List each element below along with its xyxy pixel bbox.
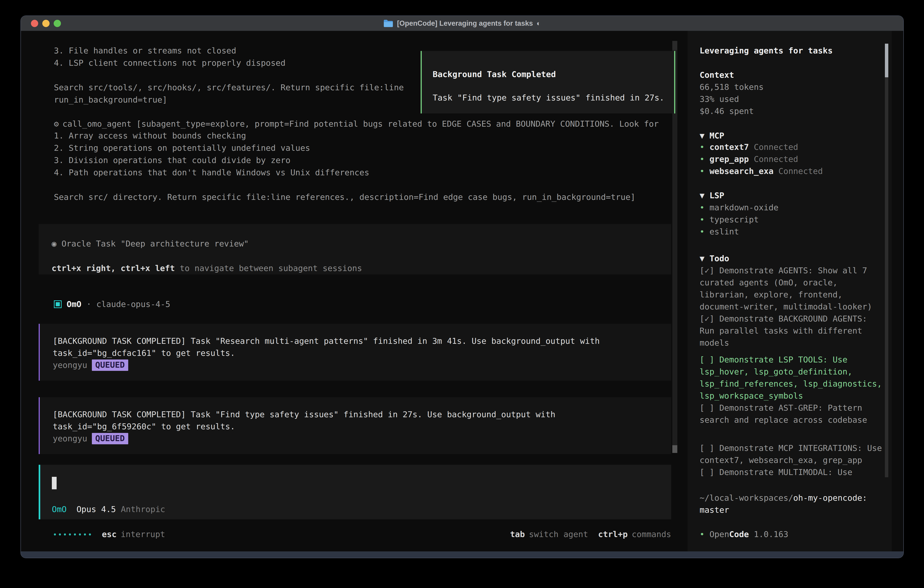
task-line-1: [BACKGROUND TASK COMPLETED] Task "Find t… [53,408,671,420]
agent-icon [54,301,62,308]
task-line-2: task_id="bg_6f59260c" to get results. [53,420,671,433]
lsp-item-name: eslint [710,227,739,236]
oracle-task-label: Oracle Task "Deep architecture review" [61,239,249,248]
tab-key-label: switch agent [529,528,588,540]
context-stat-line: $0.46 spent [700,105,882,117]
terminal-line [54,69,404,81]
mcp-item-name: websearch_exa [710,167,774,176]
mcp-item-status: Connected [754,142,798,152]
status-bar-right: tab switch agent ctrl+p commands [510,528,671,540]
mcp-item-status: Connected [779,167,823,176]
model-indicator: OmO Opus 4.5 Anthropic [52,503,165,515]
todo-item: [✓] Demonstrate AGENTS: Show all 7 curat… [700,264,882,313]
workspace-path: ~/local-workspaces/oh-my-opencode: maste… [700,492,882,516]
triangle-down-icon[interactable]: ▼ [700,254,705,263]
folder-icon [383,19,393,28]
task-line-1: [BACKGROUND TASK COMPLETED] Task "Resear… [53,335,671,347]
bullet-icon: • [700,227,705,236]
bullet-icon: • [700,167,705,176]
main-scrollbar-thumb[interactable] [672,445,677,453]
todo-item: [ ] Demonstrate AST-GREP: Pattern search… [700,402,882,426]
sidebar-scrollbar-thumb[interactable] [885,44,888,77]
task-author: yeongyu [53,434,87,443]
todo-list: [✓] Demonstrate AGENTS: Show all 7 curat… [700,264,882,478]
terminal-line: 2. String operations on potentially unde… [54,142,635,154]
terminal-line [54,179,635,191]
todo-item: [✓] Demonstrate BACKGROUND AGENTS: Run p… [700,313,882,349]
tool-call-prompt: 1. Array access without bounds checking2… [54,130,635,203]
triangle-down-icon[interactable]: ▼ [700,191,705,200]
lsp-item-name: markdown-oxide [710,203,778,212]
prompt-input[interactable]: OmO Opus 4.5 Anthropic [39,465,671,519]
titlebar: [OpenCode] Leveraging agents for tasks ◐ [21,16,903,31]
context-stats: 66,518 tokens33% used$0.46 spent [700,81,882,117]
terminal-line: 1. Array access without bounds checking [54,130,635,142]
task-block: [BACKGROUND TASK COMPLETED] Task "Resear… [39,324,671,381]
ctrlp-key-hint: ctrl+p [598,528,628,540]
scrollback-text: 3. File handles or streams not closed4. … [54,45,404,106]
tool-call-text: call_omo_agent [subagent_type=explore, p… [63,118,659,130]
terminal-line: Search src/ directory. Return specific f… [54,191,635,203]
context-header: Context [700,69,882,81]
context-stat-line: 33% used [700,93,882,105]
task-meta: yeongyu QUEUED [53,433,671,444]
task-block-list: [BACKGROUND TASK COMPLETED] Task "Resear… [39,324,671,471]
status-badge: QUEUED [92,433,128,444]
todo-header: ▼ Todo [700,253,882,264]
record-icon: ◉ [52,239,57,248]
window-title: [OpenCode] Leveraging agents for tasks ◐ [21,16,903,31]
lsp-item: • eslint [700,226,882,238]
mcp-item-status: Connected [754,154,798,164]
lsp-item: • typescript [700,213,882,226]
todo-item: [ ] Demonstrate MCP INTEGRATIONS: Use co… [700,442,882,466]
hint-keys: ctrl+x right, ctrl+x left [52,264,175,273]
hint-text: to navigate between subagent sessions [175,264,362,273]
terminal-line: 3. File handles or streams not closed [54,45,404,57]
gear-icon: ⚙ [54,118,59,130]
sidebar-scrollbar[interactable] [885,44,888,477]
triangle-down-icon[interactable]: ▼ [700,131,705,140]
ctrlp-key-label: commands [632,528,671,540]
bullet-icon: • [700,154,705,164]
tab-key-hint: tab [510,528,525,540]
agent-model: claude-opus-4-5 [96,298,170,311]
lsp-item: • markdown-oxide [700,202,882,213]
notification-body: Task "Find type safety issues" finished … [433,92,674,104]
terminal-line: 4. LSP client connections not properly d… [54,57,404,69]
background-task-notification: Background Task Completed Task "Find typ… [421,51,675,114]
mcp-item: • context7 Connected [700,141,882,153]
oracle-task-title: ◉ Oracle Task "Deep architecture review" [52,238,671,250]
mcp-item-name: grep_app [710,154,749,164]
oracle-task-box: ◉ Oracle Task "Deep architecture review"… [39,224,671,274]
lsp-header-label: LSP [710,191,724,200]
agent-name: OmO [67,298,81,311]
agent-short-name: OmO [52,505,67,514]
context-stat-line: 66,518 tokens [700,81,882,93]
terminal-line: 3. Division operations that could divide… [54,154,635,167]
mcp-header-label: MCP [710,131,724,140]
terminal-line: 4. Path operations that don't handle Win… [54,167,635,179]
lsp-header: ▼ LSP [700,189,882,202]
app-version-number: 1.0.163 [754,530,788,539]
terminal-line: Search src/tools/, src/hooks/, src/featu… [54,81,404,94]
text-cursor [52,477,57,489]
subagent-nav-hint: ctrl+x right, ctrl+x left to navigate be… [52,262,671,274]
bullet-icon: • [700,530,705,539]
sidebar: Leveraging agents for tasks Context 66,5… [688,31,892,552]
task-line-2: task_id="bg_dcfac161" to get results. [53,347,671,359]
mcp-header: ▼ MCP [700,130,882,142]
workspace-path-dim: ~/local-workspaces/ [700,493,793,502]
mcp-list: • context7 Connected• grep_app Connected… [700,141,882,177]
lsp-item-name: typescript [710,215,759,224]
mcp-item-name: context7 [710,142,749,152]
agent-header: OmO · claude-opus-4-5 [54,298,170,311]
app-name-bold: Code [729,530,749,539]
session-title: Leveraging agents for tasks [700,45,882,57]
lsp-list: • markdown-oxide• typescript• eslint [700,202,882,238]
bullet-icon: • [700,142,705,152]
status-bar: esc interrupt tab switch agent ctrl+p co… [54,528,671,540]
esc-key-hint: esc [102,528,117,540]
main-scrollbar-cap [672,41,677,50]
terminal-line: run_in_background=true] [54,94,404,106]
model-name: Opus 4.5 [76,505,116,514]
